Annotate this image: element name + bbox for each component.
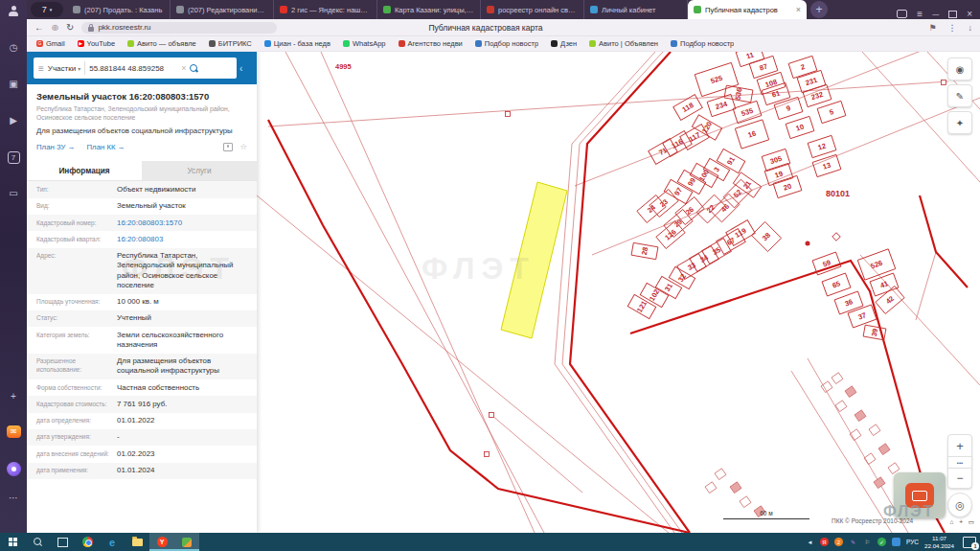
cadastral-map[interactable]: 5251187210823161232951182345365351612011… <box>257 52 980 533</box>
minimize-button[interactable]: — <box>932 11 939 17</box>
map-parcel[interactable]: 10 <box>786 116 814 138</box>
download-icon[interactable]: ↓ <box>969 23 973 33</box>
bookmark-item[interactable]: Авито | Объявлен <box>589 39 658 48</box>
map-parcel[interactable]: 232 <box>803 84 832 106</box>
history-icon[interactable]: ◷ <box>0 42 27 54</box>
gis-app-icon[interactable] <box>174 533 199 551</box>
clear-search-icon[interactable]: × <box>181 63 186 73</box>
bookmark-flag-icon[interactable]: ⚑ <box>928 23 936 33</box>
attribute-value-link[interactable]: 16:20:080803:1570 <box>117 218 247 228</box>
bookmark-item[interactable]: Дзен <box>551 39 577 48</box>
snapshot-icon[interactable] <box>223 143 233 151</box>
notes-icon[interactable]: 7 <box>0 151 27 164</box>
start-button[interactable] <box>0 533 25 551</box>
yandex-browser-icon[interactable]: Y <box>149 533 174 551</box>
bookmark-item[interactable]: Подбор новостр <box>671 39 734 48</box>
profile-icon[interactable] <box>0 6 27 19</box>
back-button[interactable]: ← <box>34 22 44 33</box>
browser-tab[interactable]: Личный кабинет <box>584 0 688 19</box>
tab-services[interactable]: Услуги <box>142 161 257 180</box>
map-parcel[interactable]: 38 <box>751 221 781 251</box>
protect-icon[interactable]: ◎ <box>52 23 58 32</box>
screenshot-widget-icon[interactable] <box>905 483 934 508</box>
bookmark-item[interactable]: WhatsApp <box>343 39 386 48</box>
map-parcel[interactable]: 28 <box>631 242 658 259</box>
volume-icon[interactable]: ◄ <box>806 538 814 546</box>
bookmark-item[interactable]: GGmail <box>36 39 65 48</box>
close-button[interactable]: × <box>967 9 972 19</box>
plan-zu-link[interactable]: План ЗУ → <box>36 143 76 151</box>
map-parcel[interactable]: 42 <box>876 287 904 314</box>
sidebar-chat-icon[interactable] <box>897 10 907 18</box>
search-icon[interactable] <box>190 64 198 73</box>
center-button[interactable]: ✦ <box>947 111 972 134</box>
selected-parcel[interactable] <box>501 182 567 338</box>
pen-tray-icon[interactable]: ✎ <box>849 538 857 546</box>
zoom-in-button[interactable]: + <box>947 434 972 457</box>
browser-tab[interactable]: росреестр онлайн сведе <box>481 0 584 19</box>
measure-button[interactable]: ✎ <box>947 84 972 107</box>
attribute-value-link[interactable]: 16:20:080803 <box>117 235 247 244</box>
yandex-tray-icon[interactable]: Я <box>820 538 829 546</box>
browser-tab[interactable]: (207) Продать. : Казань <box>67 0 171 19</box>
tab-counter[interactable]: 7▾ <box>31 2 63 17</box>
map-parcel[interactable]: 305 <box>762 149 790 171</box>
display-tray-icon[interactable] <box>892 538 900 546</box>
more-icon[interactable]: ⋯ <box>0 493 27 504</box>
layers-button[interactable]: ◉ <box>947 57 972 80</box>
panel-collapse-button[interactable]: ‹ <box>239 63 242 74</box>
map-parcel[interactable]: 37 <box>848 305 877 328</box>
map-parcel[interactable]: 526 <box>857 249 895 280</box>
updates-tray-icon[interactable]: 2 <box>834 538 843 546</box>
map-mini-toolbar[interactable]: ⌂ + ▭ <box>950 518 976 526</box>
cadastral-map-canvas[interactable]: 5251187210823161232951182345365351612011… <box>257 52 980 533</box>
search-category-dropdown[interactable]: Участки▾ <box>48 64 80 73</box>
map-parcel[interactable]: 65 <box>822 273 851 296</box>
url-field[interactable]: pkk.rosreestr.ru <box>81 22 277 34</box>
map-parcel[interactable]: 36 <box>834 291 863 314</box>
plan-kk-link[interactable]: План КК → <box>87 143 125 151</box>
kebab-menu-icon[interactable]: ⋮ <box>948 23 957 33</box>
screenshot-widget[interactable] <box>894 472 946 518</box>
taskbar-search-icon[interactable] <box>25 533 50 551</box>
map-parcel[interactable]: 2 <box>788 56 817 78</box>
browser-tab[interactable]: Карта Казани: улицы, до <box>377 0 481 19</box>
bookmark-item[interactable]: Подбор новостр <box>475 39 538 48</box>
map-parcel[interactable]: 535 <box>733 101 762 123</box>
map-parcel[interactable]: 234 <box>707 94 736 116</box>
browser-tab[interactable]: (207) Редактирование об <box>171 0 274 19</box>
flag-tray-icon[interactable]: ⚐ <box>863 538 872 546</box>
map-parcel[interactable]: 5 <box>817 101 846 123</box>
map-parcel[interactable]: 9 <box>774 97 803 119</box>
tab-close-icon[interactable]: × <box>796 5 801 14</box>
antivirus-tray-icon[interactable]: ✓ <box>877 538 886 546</box>
map-parcel[interactable]: 91 <box>717 149 745 172</box>
notification-center-icon[interactable]: 1 <box>963 537 976 548</box>
map-parcel[interactable]: 12 <box>808 135 836 157</box>
map-parcel[interactable]: 59 <box>812 252 841 275</box>
bookmark-item[interactable]: БИТРИКС <box>209 39 252 48</box>
bookmark-item[interactable]: Авито — объявле <box>127 39 196 48</box>
new-tab-button[interactable]: + <box>810 1 828 18</box>
tabs-icon[interactable]: ▣ <box>0 79 27 90</box>
map-parcel[interactable]: 13 <box>812 154 841 176</box>
bookmark-item[interactable]: ▶YouTube <box>78 39 115 48</box>
language-indicator[interactable]: РУС <box>906 539 919 545</box>
browser-tab[interactable]: 2 гис — Яндекс: нашлось <box>274 0 377 19</box>
refresh-button[interactable]: ↻ <box>66 22 74 33</box>
browser-tab[interactable]: Публичная кадастров× <box>688 0 807 19</box>
map-parcel[interactable]: 525 <box>695 62 738 96</box>
zoom-out-button[interactable]: − <box>947 468 972 489</box>
tab-information[interactable]: Информация <box>27 161 142 180</box>
browser-menu-icon[interactable]: ≡ <box>917 9 923 19</box>
mail-icon[interactable]: ✉ <box>0 425 27 438</box>
bookmark-item[interactable]: Циан - база недв <box>264 39 330 48</box>
video-icon[interactable]: ▶ <box>0 115 27 126</box>
cast-icon[interactable]: ▭ <box>0 188 27 199</box>
chrome-icon[interactable] <box>75 533 100 551</box>
edge-icon[interactable]: e <box>100 533 125 551</box>
search-input[interactable] <box>89 64 177 73</box>
task-view-icon[interactable] <box>50 533 75 551</box>
bookmark-item[interactable]: Агентство недви <box>399 39 463 48</box>
map-parcel[interactable]: 16 <box>735 120 768 149</box>
